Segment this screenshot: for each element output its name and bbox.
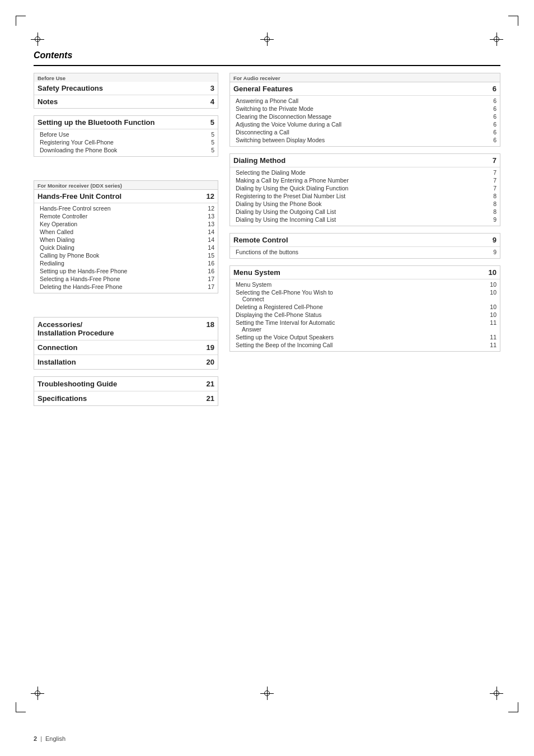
sub-time-interval: Setting the Time Interval for Automatic …	[236, 319, 496, 333]
section-before-use: Before Use Safety Precautions 3 Notes 4	[34, 73, 218, 109]
section-installation: Accessories/Installation Procedure 18 Co…	[34, 317, 218, 370]
safety-precautions-page: 3	[210, 84, 214, 92]
footer-separator: |	[40, 735, 42, 742]
dialing-main-entry: Dialing Method 7	[230, 154, 500, 167]
sub-redialing: Redialing 16	[40, 259, 214, 267]
sub-menu-system: Menu System 10	[236, 281, 496, 288]
menu-sub-entries: Menu System 10 Selecting the Cell-Phone …	[230, 279, 500, 351]
troubleshooting-page: 21	[207, 380, 214, 388]
sub-outgoing-call-list: Dialing by Using the Outgoing Call List …	[236, 208, 496, 216]
left-column: Before Use Safety Precautions 3 Notes 4 …	[34, 73, 218, 413]
sub-switching-display: Switching between Display Modes 6	[236, 136, 496, 144]
remote-page: 9	[493, 236, 496, 244]
monitor-header: For Monitor receiver (DDX series)	[34, 181, 218, 190]
sub-voice-output-speakers: Setting up the Voice Output Speakers 11	[236, 333, 496, 341]
sub-key-operation: Key Operation 13	[40, 220, 214, 228]
notes-title: Notes	[38, 97, 58, 106]
corner-bracket-tr	[508, 16, 518, 26]
sub-registering-cell-phone: Registering Your Cell-Phone 5	[40, 138, 214, 146]
section-monitor: For Monitor receiver (DDX series) Hands-…	[34, 180, 218, 293]
corner-bracket-bl	[16, 702, 26, 712]
crosshair-top-center	[260, 32, 274, 46]
hands-free-page: 12	[207, 192, 214, 200]
sub-hf-control-screen: Hands-Free Control screen 12	[40, 204, 214, 212]
sub-deleting-hf-phone: Deleting the Hands-Free Phone 17	[40, 283, 214, 291]
right-column: For Audio receiver General Features 6 An…	[229, 73, 500, 413]
specifications-page: 21	[207, 394, 214, 403]
sub-quick-dialing: Quick Dialing 14	[40, 244, 214, 251]
footer-language: English	[45, 735, 65, 742]
sub-quick-dialing-function: Dialing by Using the Quick Dialing Funct…	[236, 184, 496, 192]
connection-title: Connection	[38, 343, 78, 352]
notes-entry: Notes 4	[34, 95, 218, 108]
accessories-entry: Accessories/Installation Procedure 18	[34, 318, 218, 340]
general-features-page: 6	[493, 85, 496, 93]
menu-title: Menu System	[233, 268, 280, 277]
safety-precautions-title: Safety Precautions	[38, 84, 103, 92]
sub-remote-controller: Remote Controller 13	[40, 212, 214, 220]
sub-setting-hf-phone: Setting up the Hands-Free Phone 16	[40, 267, 214, 275]
menu-page: 10	[489, 268, 496, 277]
page-content: Contents Before Use Safety Precautions 3…	[34, 50, 500, 700]
sub-deleting-cell-phone: Deleting a Registered Cell-Phone 10	[236, 303, 496, 311]
sub-incoming-call-list: Dialing by Using the Incoming Call List …	[236, 216, 496, 223]
section-dialing: Dialing Method 7 Selecting the Dialing M…	[229, 153, 500, 226]
section-menu-system: Menu System 10 Menu System 10 Selecting …	[229, 265, 500, 352]
before-use-header: Before Use	[34, 73, 218, 82]
crosshair-top-left	[31, 32, 44, 46]
sub-clearing-disconnect: Clearing the Disconnection Message 6	[236, 113, 496, 120]
connection-entry: Connection 19	[34, 340, 218, 355]
dialing-title: Dialing Method	[233, 156, 285, 165]
accessories-title: Accessories/Installation Procedure	[38, 320, 114, 337]
sub-when-called: When Called 14	[40, 228, 214, 236]
audio-header: For Audio receiver	[230, 73, 500, 82]
section-audio: For Audio receiver General Features 6 An…	[229, 73, 500, 147]
specifications-entry: Specifications 21	[34, 391, 218, 405]
sub-making-call-number: Making a Call by Entering a Phone Number…	[236, 176, 496, 184]
page-footer: 2 | English	[34, 735, 65, 742]
sub-dialing-phone-book: Dialing by Using the Phone Book 8	[236, 200, 496, 208]
footer-page-number: 2	[34, 735, 37, 742]
connection-page: 19	[207, 343, 214, 352]
section-remote-control: Remote Control 9 Functions of the button…	[229, 233, 500, 259]
sub-functions-buttons: Functions of the buttons 9	[236, 248, 496, 256]
sub-adjusting-volume: Adjusting the Voice Volume during a Call…	[236, 120, 496, 128]
spacer-1	[34, 164, 218, 180]
sub-disconnecting-call: Disconnecting a Call 6	[236, 128, 496, 136]
bluetooth-main-entry: Setting up the Bluetooth Function 5	[34, 116, 218, 129]
troubleshooting-entry: Troubleshooting Guide 21	[34, 377, 218, 391]
hands-free-main-entry: Hands-Free Unit Control 12	[34, 190, 218, 203]
sub-answering-phone: Answering a Phone Call 6	[236, 97, 496, 105]
installation-entry: Installation 20	[34, 355, 218, 369]
title-rule	[34, 65, 500, 66]
spacer-2	[34, 300, 218, 317]
installation-title: Installation	[38, 358, 76, 366]
remote-main-entry: Remote Control 9	[230, 234, 500, 247]
sub-private-mode: Switching to the Private Mode 6	[236, 105, 496, 113]
sub-preset-dial-list: Registering to the Preset Dial Number Li…	[236, 192, 496, 200]
columns: Before Use Safety Precautions 3 Notes 4 …	[34, 73, 500, 413]
general-features-main-entry: General Features 6	[230, 82, 500, 96]
remote-sub-entries: Functions of the buttons 9	[230, 247, 500, 258]
sub-when-dialing: When Dialing 14	[40, 236, 214, 244]
bluetooth-page: 5	[210, 118, 214, 127]
remote-title: Remote Control	[233, 236, 288, 244]
safety-precautions-entry: Safety Precautions 3	[34, 82, 218, 95]
installation-page: 20	[207, 358, 214, 366]
sub-selecting-dialing-mode: Selecting the Dialing Mode 7	[236, 169, 496, 176]
corner-bracket-tl	[16, 16, 26, 26]
sub-selecting-cell-phone: Selecting the Cell-Phone You Wish to Con…	[236, 288, 496, 303]
sub-selecting-hf-phone: Selecting a Hands-Free Phone 17	[40, 275, 214, 283]
crosshair-top-right	[490, 32, 503, 46]
troubleshooting-title: Troubleshooting Guide	[38, 380, 117, 388]
general-features-title: General Features	[233, 85, 293, 93]
sub-downloading-phone-book: Downloading the Phone Book 5	[40, 146, 214, 154]
sub-before-use: Before Use 5	[40, 130, 214, 138]
hands-free-title: Hands-Free Unit Control	[38, 192, 121, 200]
page-title: Contents	[34, 50, 500, 60]
section-bluetooth: Setting up the Bluetooth Function 5 Befo…	[34, 115, 218, 157]
sub-displaying-cell-status: Displaying the Cell-Phone Status 10	[236, 311, 496, 319]
section-troubleshooting: Troubleshooting Guide 21 Specifications …	[34, 376, 218, 406]
dialing-sub-entries: Selecting the Dialing Mode 7 Making a Ca…	[230, 167, 500, 226]
bluetooth-title: Setting up the Bluetooth Function	[38, 118, 154, 127]
